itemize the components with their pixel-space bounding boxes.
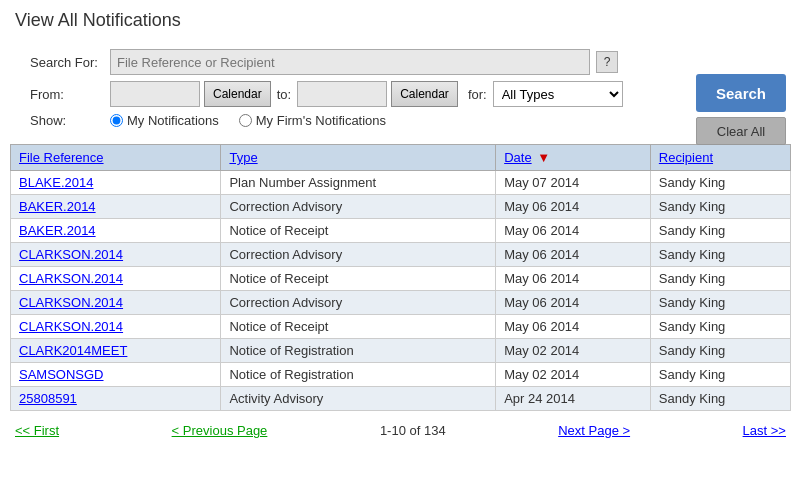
- cell-type: Notice of Receipt: [221, 315, 496, 339]
- first-page-nav[interactable]: << First: [15, 423, 59, 438]
- cell-type: Activity Advisory: [221, 387, 496, 411]
- table-row: CLARKSON.2014 Notice of Receipt May 06 2…: [11, 315, 791, 339]
- cell-file-ref[interactable]: CLARKSON.2014: [11, 315, 221, 339]
- cell-recipient: Sandy King: [650, 195, 790, 219]
- file-ref-link[interactable]: BAKER.2014: [19, 223, 96, 238]
- table-row: BLAKE.2014 Plan Number Assignment May 07…: [11, 171, 791, 195]
- clear-button[interactable]: Clear All: [696, 117, 786, 145]
- search-button[interactable]: Search: [696, 74, 786, 112]
- cell-file-ref[interactable]: BLAKE.2014: [11, 171, 221, 195]
- table-row: CLARKSON.2014 Notice of Receipt May 06 2…: [11, 267, 791, 291]
- from-date-input[interactable]: [110, 81, 200, 107]
- cell-date: May 06 2014: [496, 291, 651, 315]
- cell-date: May 02 2014: [496, 363, 651, 387]
- cell-date: May 02 2014: [496, 339, 651, 363]
- cell-date: May 06 2014: [496, 219, 651, 243]
- cell-date: May 06 2014: [496, 195, 651, 219]
- col-date[interactable]: Date ▼: [496, 145, 651, 171]
- last-page-nav[interactable]: Last >>: [743, 423, 786, 438]
- cell-date: May 06 2014: [496, 267, 651, 291]
- cell-file-ref[interactable]: CLARK2014MEET: [11, 339, 221, 363]
- table-row: BAKER.2014 Correction Advisory May 06 20…: [11, 195, 791, 219]
- cell-recipient: Sandy King: [650, 387, 790, 411]
- cell-recipient: Sandy King: [650, 291, 790, 315]
- show-label: Show:: [30, 113, 110, 128]
- to-label: to:: [277, 87, 291, 102]
- cell-date: May 07 2014: [496, 171, 651, 195]
- table-row: CLARK2014MEET Notice of Registration May…: [11, 339, 791, 363]
- table-row: SAMSONSGD Notice of Registration May 02 …: [11, 363, 791, 387]
- firm-notifications-radio[interactable]: My Firm's Notifications: [239, 113, 386, 128]
- cell-file-ref[interactable]: 25808591: [11, 387, 221, 411]
- table-row: BAKER.2014 Notice of Receipt May 06 2014…: [11, 219, 791, 243]
- cell-type: Notice of Registration: [221, 363, 496, 387]
- file-ref-link[interactable]: CLARKSON.2014: [19, 247, 123, 262]
- cell-recipient: Sandy King: [650, 171, 790, 195]
- cell-type: Notice of Receipt: [221, 267, 496, 291]
- cell-file-ref[interactable]: CLARKSON.2014: [11, 291, 221, 315]
- file-ref-link[interactable]: CLARKSON.2014: [19, 295, 123, 310]
- cell-type: Notice of Receipt: [221, 219, 496, 243]
- cell-date: May 06 2014: [496, 243, 651, 267]
- table-row: CLARKSON.2014 Correction Advisory May 06…: [11, 291, 791, 315]
- cell-recipient: Sandy King: [650, 363, 790, 387]
- from-label: From:: [30, 87, 110, 102]
- prev-page-link[interactable]: < Previous Page: [172, 423, 268, 438]
- file-ref-link[interactable]: BAKER.2014: [19, 199, 96, 214]
- cell-file-ref[interactable]: CLARKSON.2014: [11, 267, 221, 291]
- pagination: << First < Previous Page 1-10 of 134 Nex…: [0, 415, 801, 446]
- cell-type: Correction Advisory: [221, 195, 496, 219]
- cell-date: Apr 24 2014: [496, 387, 651, 411]
- first-page-link[interactable]: << First: [15, 423, 59, 438]
- cell-recipient: Sandy King: [650, 315, 790, 339]
- col-recipient[interactable]: Recipient: [650, 145, 790, 171]
- col-type[interactable]: Type: [221, 145, 496, 171]
- page-title: View All Notifications: [0, 0, 801, 39]
- page-info: 1-10 of 134: [380, 423, 446, 438]
- cell-type: Notice of Registration: [221, 339, 496, 363]
- cell-recipient: Sandy King: [650, 339, 790, 363]
- cell-file-ref[interactable]: SAMSONSGD: [11, 363, 221, 387]
- cell-recipient: Sandy King: [650, 219, 790, 243]
- search-for-label: Search For:: [30, 55, 110, 70]
- prev-page-nav[interactable]: < Previous Page: [172, 423, 268, 438]
- cell-type: Plan Number Assignment: [221, 171, 496, 195]
- sort-arrow-icon: ▼: [537, 150, 550, 165]
- help-button[interactable]: ?: [596, 51, 618, 73]
- cell-recipient: Sandy King: [650, 267, 790, 291]
- file-ref-link[interactable]: CLARK2014MEET: [19, 343, 127, 358]
- search-input[interactable]: [110, 49, 590, 75]
- cell-file-ref[interactable]: BAKER.2014: [11, 219, 221, 243]
- file-ref-link[interactable]: 25808591: [19, 391, 77, 406]
- to-calendar-button[interactable]: Calendar: [391, 81, 458, 107]
- cell-file-ref[interactable]: BAKER.2014: [11, 195, 221, 219]
- table-row: 25808591 Activity Advisory Apr 24 2014 S…: [11, 387, 791, 411]
- cell-date: May 06 2014: [496, 315, 651, 339]
- cell-type: Correction Advisory: [221, 291, 496, 315]
- type-select[interactable]: All Types Plan Number Assignment Correct…: [493, 81, 623, 107]
- file-ref-link[interactable]: BLAKE.2014: [19, 175, 93, 190]
- file-ref-link[interactable]: CLARKSON.2014: [19, 319, 123, 334]
- table-row: CLARKSON.2014 Correction Advisory May 06…: [11, 243, 791, 267]
- to-date-input[interactable]: [297, 81, 387, 107]
- my-notifications-radio[interactable]: My Notifications: [110, 113, 219, 128]
- cell-type: Correction Advisory: [221, 243, 496, 267]
- col-file-reference[interactable]: File Reference: [11, 145, 221, 171]
- file-ref-link[interactable]: CLARKSON.2014: [19, 271, 123, 286]
- for-label: for:: [468, 87, 487, 102]
- from-calendar-button[interactable]: Calendar: [204, 81, 271, 107]
- file-ref-link[interactable]: SAMSONSGD: [19, 367, 104, 382]
- next-page-link[interactable]: Next Page >: [558, 423, 630, 438]
- cell-file-ref[interactable]: CLARKSON.2014: [11, 243, 221, 267]
- cell-recipient: Sandy King: [650, 243, 790, 267]
- last-page-link[interactable]: Last >>: [743, 423, 786, 438]
- notifications-table: File Reference Type Date ▼ Recipient BLA…: [10, 144, 791, 411]
- next-page-nav[interactable]: Next Page >: [558, 423, 630, 438]
